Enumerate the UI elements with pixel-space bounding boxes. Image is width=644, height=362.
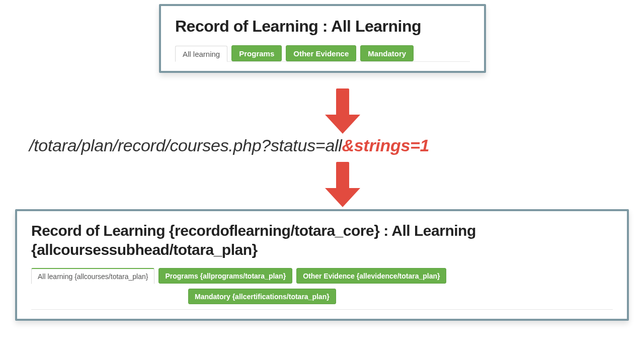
tab-other-evidence-debug[interactable]: Other Evidence {allevidence/totara_plan} (296, 268, 446, 284)
heading-before: Record of Learning : All Learning (175, 16, 470, 36)
tabs-after: All learning {allcourses/totara_plan} Pr… (31, 268, 613, 310)
tab-mandatory-debug[interactable]: Mandatory {allcertifications/totara_plan… (188, 289, 336, 304)
tab-programs[interactable]: Programs (231, 45, 282, 61)
diagram-stage: Record of Learning : All Learning All le… (0, 0, 644, 362)
arrow-down-icon (325, 162, 360, 207)
url-highlight: &strings=1 (342, 136, 430, 155)
tab-other-evidence[interactable]: Other Evidence (286, 45, 356, 61)
tab-mandatory[interactable]: Mandatory (360, 45, 414, 61)
tabs-before: All learning Programs Other Evidence Man… (175, 45, 470, 62)
tab-programs-debug[interactable]: Programs {allprograms/totara_plan} (158, 268, 292, 284)
panel-after: Record of Learning {recordoflearning/tot… (15, 209, 629, 321)
panel-before: Record of Learning : All Learning All le… (159, 4, 486, 73)
arrow-down-icon (325, 88, 360, 134)
heading-after: Record of Learning {recordoflearning/tot… (31, 221, 613, 259)
tab-all-learning[interactable]: All learning (175, 46, 227, 62)
url-example: /totara/plan/record/courses.php?status=a… (29, 136, 613, 155)
url-base: /totara/plan/record/courses.php?status=a… (29, 136, 342, 155)
tab-all-learning-debug[interactable]: All learning {allcourses/totara_plan} (31, 268, 154, 284)
